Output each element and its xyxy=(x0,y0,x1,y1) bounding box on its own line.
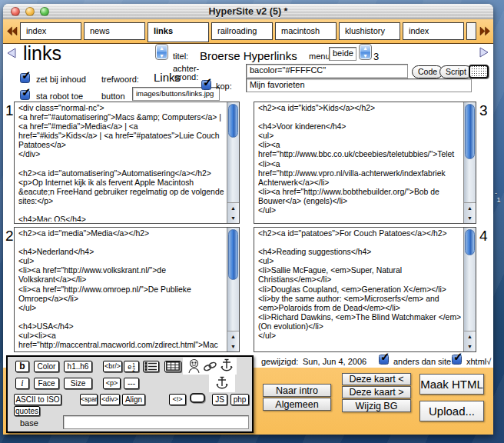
headings-button[interactable]: h1..h6 xyxy=(64,361,92,372)
scrollbar-thumb[interactable] xyxy=(228,104,238,138)
php-button[interactable]: php xyxy=(230,394,249,405)
tab-scroll-stub[interactable] xyxy=(466,22,476,40)
button-label: button xyxy=(101,92,125,101)
anchor-icon[interactable] xyxy=(216,376,228,390)
kop-label: kop: xyxy=(216,82,232,91)
tab-railroading[interactable]: railroading xyxy=(211,22,273,40)
italic-button[interactable]: i xyxy=(15,378,29,389)
hr-button[interactable]: --- xyxy=(124,378,139,389)
editor-3[interactable]: <h2><a id="kids">Kids</a></h2> <h4>Voor … xyxy=(254,102,476,224)
editor-4-scrollbar[interactable]: ▲▼ xyxy=(463,228,476,351)
tabs-next-icon[interactable] xyxy=(479,25,491,37)
scroll-down-icon[interactable]: ▼ xyxy=(464,213,476,223)
anchor-icon[interactable] xyxy=(220,358,233,372)
scrollbar-thumb[interactable] xyxy=(465,229,475,255)
color-button[interactable]: Color xyxy=(34,361,59,372)
editor-number: 2 xyxy=(5,228,14,245)
title-bar[interactable]: HyperSite v2 (5) * xyxy=(3,4,493,19)
link-icon[interactable] xyxy=(203,361,217,371)
algemeen-button[interactable]: Algemeen xyxy=(263,398,331,411)
scrollbar-thumb[interactable] xyxy=(465,104,475,159)
scroll-down-icon[interactable]: ▼ xyxy=(464,341,476,351)
size-button[interactable]: Size xyxy=(64,378,92,389)
menu-field[interactable]: beide xyxy=(329,47,356,61)
titel-label: titel: xyxy=(173,52,188,61)
prev-card-icon[interactable] xyxy=(7,48,16,58)
base-label: base xyxy=(20,418,38,428)
zet-bij-inhoud-label: zet bij inhoud xyxy=(36,75,86,84)
stepper-down-icon[interactable]: ▼ xyxy=(360,52,371,60)
editor-2-content[interactable]: <h2><a id="media">Media</a></h2> <h4>Ned… xyxy=(18,229,224,350)
achtergrond-field[interactable]: bacolor="#FFFFCC" xyxy=(246,64,408,80)
page-stepper[interactable]: ▲▼ xyxy=(155,44,168,60)
base-field[interactable] xyxy=(63,415,249,429)
br-button[interactable]: <br/> xyxy=(103,361,122,372)
upload-button[interactable]: Upload... xyxy=(419,401,484,421)
comment-button[interactable]: <!> xyxy=(169,394,186,405)
script-button[interactable]: Script xyxy=(439,65,472,78)
scroll-down-icon[interactable]: ▼ xyxy=(227,213,239,223)
p-button[interactable]: <p> xyxy=(103,378,121,389)
next-card-icon[interactable] xyxy=(479,47,489,58)
subsup-icon: e12 xyxy=(124,362,138,372)
tab-news[interactable]: news xyxy=(84,22,145,40)
editor-number: 1 xyxy=(5,102,14,119)
deze-kaart-next-button[interactable]: Deze kaart > xyxy=(342,386,411,398)
table-button[interactable] xyxy=(164,361,181,372)
xhtml-checkbox[interactable]: ✓ xyxy=(452,355,462,365)
editor-2-scrollbar[interactable]: ▲▼ xyxy=(227,228,239,351)
wijzig-bg-button[interactable]: Wijzig BG xyxy=(342,399,411,412)
maak-html-button[interactable]: Maak HTML xyxy=(419,374,484,395)
zet-bij-inhoud-checkbox[interactable]: ✓ xyxy=(20,73,30,83)
roundrect-icon[interactable] xyxy=(190,393,205,403)
tab-index-1[interactable]: index xyxy=(20,22,81,40)
span-button[interactable]: <span> xyxy=(80,394,98,405)
editor-1-content[interactable]: <div class="normal-nc"> <a href="#automa… xyxy=(18,104,224,222)
code-button[interactable]: Code xyxy=(412,65,443,78)
scrollbar-thumb[interactable] xyxy=(228,229,238,280)
tab-index-2[interactable]: index xyxy=(403,22,464,40)
align-button[interactable]: Align xyxy=(122,394,145,405)
menu-stepper[interactable]: ▲▼ xyxy=(359,44,372,60)
bold-button[interactable]: b xyxy=(15,361,29,372)
stepper-down-icon[interactable]: ▼ xyxy=(156,52,167,60)
editor-4[interactable]: <h2><a id="patatoes">For Couch Patatoes<… xyxy=(254,227,476,352)
hypersite-window: HyperSite v2 (5) * index news links rail… xyxy=(3,4,493,435)
editor-3-content[interactable]: <h2><a id="kids">Kids</a></h2> <h4>Voor … xyxy=(258,104,461,222)
subsup-button[interactable]: e12 xyxy=(124,361,139,372)
tabs-prev-icon[interactable] xyxy=(6,25,18,37)
scroll-up-icon[interactable]: ▲ xyxy=(464,331,476,341)
list-button[interactable] xyxy=(143,361,159,372)
naar-intro-button[interactable]: Naar intro xyxy=(263,384,331,397)
scroll-up-icon[interactable]: ▲ xyxy=(464,203,476,213)
tab-klushistory[interactable]: klushistory xyxy=(339,22,400,40)
editor-4-content[interactable]: <h2><a id="patatoes">For Couch Patatoes<… xyxy=(258,229,461,350)
stepper-up-icon[interactable]: ▲ xyxy=(360,45,371,52)
tab-macintosh[interactable]: macintosh xyxy=(275,22,337,40)
keyboard-icon[interactable] xyxy=(469,65,489,78)
anders-dan-site-checkbox[interactable]: ✓ xyxy=(379,355,389,365)
editor-3-scrollbar[interactable]: ▲▼ xyxy=(463,102,476,223)
deze-kaart-prev-button[interactable]: Deze kaart < xyxy=(342,373,411,385)
div-button[interactable]: <div> xyxy=(100,394,120,405)
quotes-button[interactable]: quotes xyxy=(14,406,40,416)
tab-links[interactable]: links xyxy=(148,22,209,42)
editor-1-scrollbar[interactable]: ▲▼ xyxy=(227,102,239,223)
smiley-icon[interactable] xyxy=(187,358,201,374)
js-button[interactable]: JS xyxy=(212,394,227,405)
xhtml-label: xhtml√ xyxy=(466,357,491,366)
scroll-up-icon[interactable]: ▲ xyxy=(227,331,239,341)
list-icon xyxy=(144,361,158,371)
stepper-up-icon[interactable]: ▲ xyxy=(156,45,167,52)
sta-robot-toe-checkbox[interactable]: ✓ xyxy=(20,90,30,100)
kop-checkbox[interactable]: ✓ xyxy=(201,80,211,90)
editor-1[interactable]: <div class="normal-nc"> <a href="#automa… xyxy=(14,102,240,224)
scroll-up-icon[interactable]: ▲ xyxy=(227,203,239,213)
face-button[interactable]: Face xyxy=(34,378,59,389)
scroll-down-icon[interactable]: ▼ xyxy=(227,341,239,351)
achtergrond-label-line2: grond: xyxy=(174,72,198,82)
titel-value[interactable]: Broerse Hyperlinks xyxy=(200,49,297,62)
ascii-to-iso-button[interactable]: ASCII to ISO xyxy=(14,394,61,405)
editor-2[interactable]: <h2><a id="media">Media</a></h2> <h4>Ned… xyxy=(14,227,240,352)
kop-field[interactable]: Mijn favorieten xyxy=(246,78,472,92)
